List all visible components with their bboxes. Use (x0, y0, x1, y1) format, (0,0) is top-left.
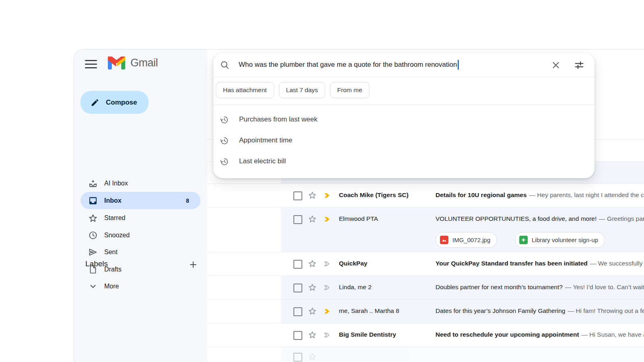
search-options-tune-icon[interactable] (574, 60, 584, 70)
select-checkbox[interactable] (293, 307, 302, 316)
email-snippet: — Hi Susan, we have a last (582, 331, 644, 338)
add-label-plus-icon[interactable] (188, 260, 198, 269)
panel-divider (213, 105, 594, 105)
email-subject: VOLUNTEER OPPORTUNUTIES, a food drive, a… (436, 215, 597, 222)
search-bar[interactable]: Who was the plumber that gave me a quote… (213, 53, 594, 77)
pencil-icon (91, 98, 99, 107)
sheet-attachment-icon (519, 236, 528, 244)
sidebar-item-more[interactable]: More (74, 278, 207, 295)
importance-marker-icon[interactable] (323, 259, 332, 268)
select-checkbox[interactable] (293, 215, 302, 224)
importance-marker-icon[interactable] (323, 331, 332, 339)
search-suggestion[interactable]: Purchases from last week (213, 109, 594, 130)
search-filter-chips: Has attachment Last 7 days From me (216, 82, 369, 98)
row-divider (207, 323, 644, 323)
star-icon[interactable] (308, 191, 317, 200)
chip-last-7-days[interactable]: Last 7 days (279, 82, 325, 98)
importance-marker-icon[interactable] (323, 283, 332, 292)
search-query-text: Who was the plumber that gave me a quote… (239, 61, 457, 69)
email-snippet: — We successfully issu (590, 260, 644, 267)
text-cursor (458, 60, 459, 70)
email-sender: me, Sarah .. Martha 8 (339, 307, 432, 315)
importance-marker-icon[interactable] (323, 307, 332, 316)
history-icon (220, 115, 229, 124)
inbox-icon (88, 196, 98, 206)
email-row-partial-bottom[interactable] (281, 347, 644, 362)
sidebar-item-ai-inbox[interactable]: AI Inbox (74, 175, 207, 192)
email-snippet: — Hi fam! Throwing out a few da (568, 307, 644, 314)
email-row[interactable]: Coach Mike (Tigers SC) Details for 10U r… (281, 183, 644, 207)
history-icon (220, 157, 229, 166)
importance-marker-icon[interactable] (323, 191, 332, 200)
email-subject-line: Dates for this year’s Johnson Family Gat… (436, 307, 644, 315)
attachment-chip[interactable]: Library volunteer sign-up (515, 232, 605, 248)
image-attachment-icon (440, 236, 448, 244)
email-row[interactable]: Big Smile Dentistry Need to reschedule y… (281, 323, 644, 347)
sidebar-item-inbox[interactable]: Inbox 8 (74, 192, 207, 209)
row-divider (207, 347, 644, 347)
chip-has-attachment[interactable]: Has attachment (216, 82, 274, 98)
suggestion-label: Purchases from last week (239, 115, 318, 123)
email-subject-line: Details for 10U regional games— Hey pare… (436, 191, 644, 199)
attachment-name: Library volunteer sign-up (532, 237, 598, 243)
gmail-wordmark: Gmail (130, 57, 158, 69)
select-checkbox[interactable] (293, 284, 302, 292)
main-menu-icon[interactable] (85, 60, 97, 68)
importance-marker-icon[interactable] (323, 215, 332, 224)
send-icon (88, 247, 98, 257)
email-sender: Coach Mike (Tigers SC) (339, 191, 432, 199)
suggestion-label: Last electric bill (239, 157, 286, 165)
labels-section-header: Labels (74, 256, 207, 274)
star-icon[interactable] (308, 214, 317, 223)
sidebar-item-label: Inbox (104, 197, 122, 204)
star-icon[interactable] (308, 306, 317, 315)
star-icon (88, 213, 98, 223)
sidebar: Gmail Compose AI Inbox Inbox (74, 49, 207, 362)
row-divider (207, 207, 644, 208)
chip-from-me[interactable]: From me (330, 82, 369, 98)
star-icon[interactable] (308, 352, 317, 361)
labels-title: Labels (85, 259, 108, 268)
sidebar-item-label: Snoozed (104, 232, 130, 239)
select-checkbox[interactable] (293, 353, 302, 362)
star-icon[interactable] (308, 283, 317, 292)
clock-icon (88, 230, 98, 240)
select-checkbox[interactable] (293, 331, 302, 340)
compose-button[interactable]: Compose (80, 91, 149, 114)
email-row[interactable]: QuickPay Your QuickPay Standard transfer… (281, 252, 644, 276)
email-row[interactable]: Elmwood PTA VOLUNTEER OPPORTUNUTIES, a f… (281, 207, 644, 252)
ai-inbox-icon (88, 179, 98, 188)
star-icon[interactable] (308, 330, 317, 339)
email-sender: Elmwood PTA (339, 215, 432, 222)
search-suggestion[interactable]: Last electric bill (213, 151, 594, 172)
sidebar-item-label: Starred (104, 214, 125, 222)
attachment-chip[interactable]: IMG_0072.jpg (436, 232, 497, 248)
row-divider (207, 252, 644, 252)
email-sender: Big Smile Dentistry (339, 331, 432, 338)
attachment-name: IMG_0072.jpg (452, 237, 490, 243)
select-checkbox[interactable] (293, 191, 302, 200)
gmail-m-icon (108, 56, 125, 70)
sidebar-item-starred[interactable]: Starred (74, 209, 207, 226)
email-row[interactable]: me, Sarah .. Martha 8 Dates for this yea… (281, 299, 644, 323)
email-subject: Doubles partner for next month’s tournam… (436, 284, 563, 290)
email-sender: Linda, me 2 (339, 284, 432, 291)
email-sender: QuickPay (339, 260, 432, 267)
email-row[interactable]: Linda, me 2 Doubles partner for next mon… (281, 276, 644, 299)
email-subject: Dates for this year’s Johnson Family Gat… (436, 307, 566, 314)
email-snippet: — Yes! I’d love to. Can’t wait to (565, 284, 644, 290)
email-subject-line: Need to reschedule your upcoming appoint… (436, 331, 644, 338)
sidebar-item-label: Sent (104, 249, 118, 256)
search-input[interactable]: Who was the plumber that gave me a quote… (239, 60, 459, 70)
email-subject-line: Doubles partner for next month’s tournam… (436, 284, 644, 291)
search-icon (220, 60, 230, 70)
star-icon[interactable] (308, 259, 317, 268)
compose-label: Compose (106, 99, 137, 107)
sidebar-item-label: AI Inbox (104, 180, 128, 187)
search-suggestion[interactable]: Appointment time (213, 130, 594, 151)
suggestion-label: Appointment time (239, 136, 292, 144)
clear-search-icon[interactable] (551, 60, 561, 70)
email-subject: Details for 10U regional games (436, 191, 527, 198)
select-checkbox[interactable] (293, 260, 302, 269)
sidebar-item-snoozed[interactable]: Snoozed (74, 226, 207, 244)
